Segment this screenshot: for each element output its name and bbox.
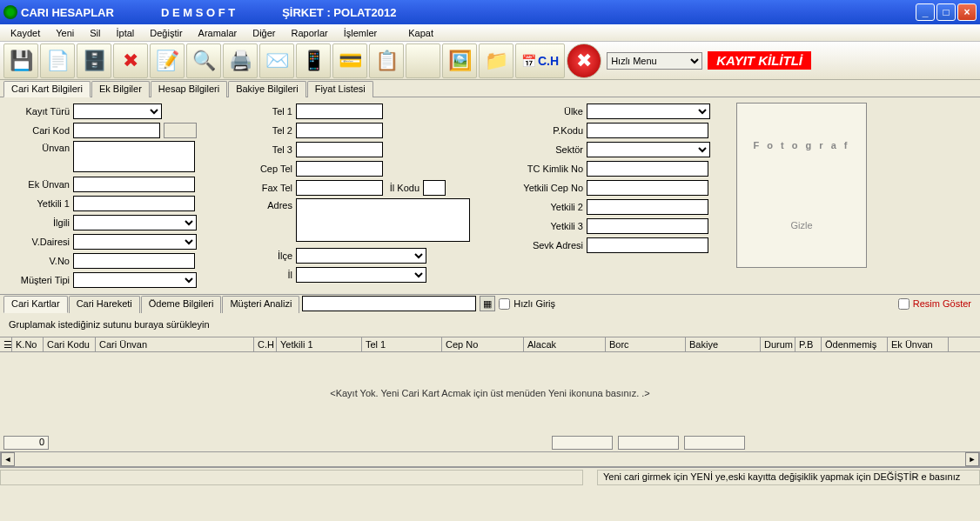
- menu-islemler[interactable]: İşlemler: [337, 26, 385, 40]
- grid-col-bakiye[interactable]: Bakiye: [686, 337, 761, 351]
- inp-ulke[interactable]: [587, 104, 710, 119]
- db-icon[interactable]: 🗄️: [77, 43, 111, 78]
- inp-faxtel[interactable]: [296, 180, 383, 196]
- sub-search-input[interactable]: [302, 296, 476, 311]
- inp-vno[interactable]: [73, 253, 195, 269]
- menu-aramalar[interactable]: Aramalar: [191, 26, 245, 40]
- inp-cari-kod[interactable]: [73, 123, 160, 138]
- inp-il[interactable]: [296, 267, 426, 283]
- grid-col-cep-no[interactable]: Cep No: [442, 337, 524, 351]
- menu-iptal[interactable]: İptal: [110, 26, 142, 40]
- grid-col-k-no[interactable]: K.No: [12, 337, 44, 351]
- inp-tel3[interactable]: [296, 142, 383, 157]
- menu-kaydet[interactable]: Kaydet: [3, 26, 47, 40]
- inp-yetkili3[interactable]: [587, 218, 708, 234]
- edit-icon[interactable]: 📝: [150, 43, 185, 78]
- tab-cari-kartlar[interactable]: Cari Kartlar: [3, 296, 68, 313]
- footer-borc: [618, 436, 679, 450]
- inp-pkodu[interactable]: [587, 123, 708, 138]
- inp-ilgili[interactable]: [73, 215, 197, 230]
- inp-musteri-tipi[interactable]: [73, 272, 197, 288]
- grid-col-ek-nvan[interactable]: Ek Ünvan: [888, 337, 949, 351]
- hscrollbar[interactable]: ◄ ►: [0, 451, 980, 467]
- inp-ceptel[interactable]: [296, 161, 383, 177]
- lbl-ulke: Ülke: [513, 106, 583, 117]
- tab-ek-bilgiler[interactable]: Ek Bilgiler: [91, 81, 150, 97]
- grid-col-cari-nvan[interactable]: Cari Ünvan: [96, 337, 254, 351]
- gizle-button[interactable]: Gizle: [790, 220, 812, 230]
- hizli-giris-check[interactable]: [499, 298, 510, 310]
- card-icon[interactable]: 💳: [332, 43, 367, 78]
- close-button[interactable]: ×: [957, 3, 977, 21]
- folder-icon[interactable]: 📁: [479, 43, 513, 78]
- grid-col-durum[interactable]: Durum: [761, 337, 795, 351]
- inp-tel2[interactable]: [296, 123, 383, 138]
- tab-fiyat[interactable]: Fiyat Listesi: [307, 81, 373, 97]
- lbl-vno: V.No: [9, 256, 70, 266]
- inp-sektor[interactable]: [587, 142, 710, 157]
- scroll-right-icon[interactable]: ►: [965, 452, 979, 466]
- inp-ek-unvan[interactable]: [73, 177, 195, 192]
- inp-vdairesi[interactable]: [73, 234, 197, 250]
- save-icon[interactable]: 💾: [3, 43, 38, 78]
- grid-col-borc[interactable]: Borc: [606, 337, 686, 351]
- new-icon[interactable]: 📄: [40, 43, 75, 78]
- grid-selector-col[interactable]: ☰: [0, 337, 12, 351]
- inp-adres[interactable]: [296, 198, 470, 242]
- inp-yetkili2[interactable]: [587, 199, 708, 215]
- grid-col-yetkili-1[interactable]: Yetkili 1: [277, 337, 362, 351]
- menu-diger[interactable]: Diğer: [245, 26, 282, 40]
- lbl-sevkadres: Sevk Adresi: [513, 240, 583, 250]
- lbl-tel1: Tel 1: [249, 106, 292, 117]
- resim-goster-check[interactable]: [898, 298, 910, 310]
- inp-unvan[interactable]: [73, 141, 195, 172]
- lbl-sektor: Sektör: [513, 144, 583, 155]
- mail-icon[interactable]: ✉️: [259, 43, 294, 78]
- inp-kayit-turu[interactable]: [73, 104, 162, 119]
- btn-cari-kod[interactable]: [164, 123, 197, 138]
- tab-cari-kart[interactable]: Cari Kart Bilgileri: [3, 81, 91, 97]
- sms-icon[interactable]: 📱: [296, 43, 331, 78]
- tab-odeme[interactable]: Ödeme Bilgileri: [141, 296, 222, 313]
- inp-ilce[interactable]: [296, 248, 426, 264]
- menu-degistir[interactable]: Değiştir: [143, 26, 189, 40]
- inp-ilkodu[interactable]: [423, 180, 446, 196]
- menu-raporlar[interactable]: Raporlar: [285, 26, 335, 40]
- tab-hesap[interactable]: Hesap Bilgileri: [151, 81, 227, 97]
- table-icon[interactable]: ▦: [480, 296, 495, 311]
- grid-col-cari-kodu[interactable]: Cari Kodu: [44, 337, 96, 351]
- grid-col-p-b[interactable]: P.B: [795, 337, 822, 351]
- grid-col-alacak[interactable]: Alacak: [524, 337, 606, 351]
- tab-bakiye[interactable]: Bakiye Bilgileri: [228, 81, 306, 97]
- menu-yeni[interactable]: Yeni: [49, 26, 81, 40]
- maximize-button[interactable]: □: [936, 3, 956, 21]
- blank-1-icon[interactable]: [406, 43, 440, 78]
- inp-sevkadres[interactable]: [587, 237, 708, 253]
- tab-cari-hareketi[interactable]: Cari Hareketi: [69, 296, 140, 313]
- delete-icon[interactable]: ✖: [113, 43, 148, 78]
- inp-yetkilicep[interactable]: [587, 180, 708, 196]
- lbl-ceptel: Cep Tel: [249, 164, 292, 174]
- close-icon[interactable]: ✖: [567, 43, 601, 78]
- note-icon[interactable]: 📋: [369, 43, 404, 78]
- scroll-left-icon[interactable]: ◄: [1, 452, 15, 466]
- inp-yetkili1[interactable]: [73, 196, 195, 211]
- quick-menu-select[interactable]: Hızlı Menu: [607, 52, 702, 70]
- search-icon[interactable]: 🔍: [186, 43, 221, 78]
- form-col3: Ülke P.Kodu Sektör TC Kimlik No Yetkili …: [513, 103, 710, 289]
- grid-col-tel-1[interactable]: Tel 1: [362, 337, 442, 351]
- menu-kapat[interactable]: Kapat: [401, 26, 440, 40]
- ch-button[interactable]: 📅C.H: [515, 43, 565, 78]
- menu-sil[interactable]: Sil: [83, 26, 107, 40]
- tab-musteri-analizi[interactable]: Müşteri Analizi: [222, 296, 299, 313]
- lbl-faxtel: Fax Tel: [249, 183, 292, 193]
- lbl-tel3: Tel 3: [249, 144, 292, 155]
- inp-tckimlik[interactable]: [587, 161, 708, 177]
- inp-tel1[interactable]: [296, 104, 383, 119]
- print-icon[interactable]: 🖨️: [223, 43, 258, 78]
- grid-col-c-h[interactable]: C.H: [254, 337, 277, 351]
- picture-icon[interactable]: 🖼️: [442, 43, 477, 78]
- footer-kno: 0: [3, 436, 49, 450]
- minimize-button[interactable]: _: [916, 3, 935, 21]
- grid-col--denmemi-[interactable]: Ödenmemiş: [822, 337, 888, 351]
